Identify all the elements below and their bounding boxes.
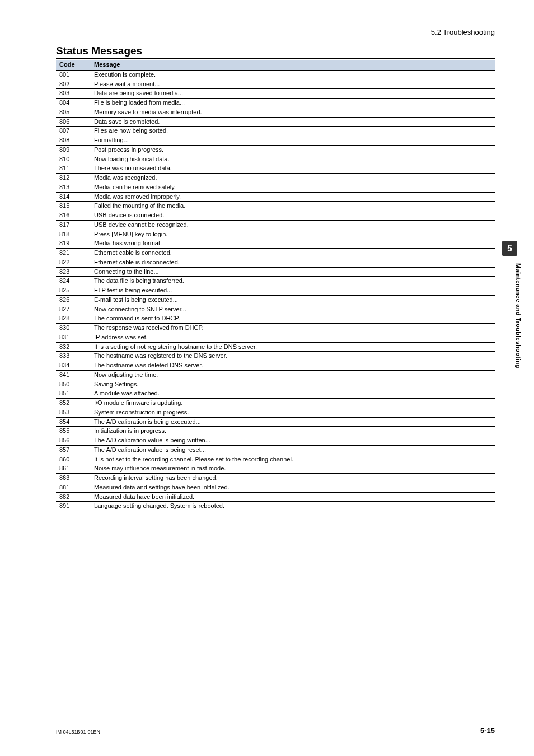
- cell-message: Measured data have been initialized.: [91, 492, 495, 502]
- cell-message: FTP test is being executed...: [91, 286, 495, 296]
- cell-message: Data are being saved to media...: [91, 89, 495, 99]
- cell-message: Ethernet cable is connected.: [91, 249, 495, 258]
- status-messages-table: Code Message 801Execution is complete.80…: [56, 60, 495, 511]
- cell-code: 863: [56, 474, 91, 483]
- footer-page-number: 5-15: [480, 726, 495, 735]
- cell-message: Media was recognized.: [91, 174, 495, 183]
- table-row: 826E-mail test is being executed...: [56, 295, 495, 305]
- table-row: 891Language setting changed. System is r…: [56, 502, 495, 511]
- cell-code: 882: [56, 492, 91, 502]
- cell-code: 857: [56, 445, 91, 455]
- cell-message: The A/D calibration value is being reset…: [91, 445, 495, 455]
- table-row: 807Files are now being sorted.: [56, 127, 495, 136]
- cell-code: 811: [56, 164, 91, 174]
- cell-code: 816: [56, 211, 91, 221]
- cell-code: 801: [56, 70, 91, 80]
- cell-message: Memory save to media was interrupted.: [91, 108, 495, 117]
- cell-code: 832: [56, 342, 91, 352]
- cell-message: Recording interval setting has been chan…: [91, 474, 495, 483]
- cell-code: 803: [56, 89, 91, 99]
- table-row: 823Connecting to the line...: [56, 267, 495, 277]
- cell-message: A module was attached.: [91, 389, 495, 399]
- cell-code: 861: [56, 464, 91, 474]
- table-row: 811There was no unsaved data.: [56, 164, 495, 174]
- cell-code: 808: [56, 136, 91, 146]
- table-row: 818Press [MENU] key to login.: [56, 230, 495, 239]
- chapter-label: Maintenance and Troubleshooting: [515, 263, 522, 368]
- footer-doc-id: IM 04L51B01-01EN: [56, 729, 100, 735]
- cell-message: Ethernet cable is disconnected.: [91, 258, 495, 267]
- cell-code: 834: [56, 361, 91, 371]
- table-row: 808Formatting...: [56, 136, 495, 146]
- cell-message: Press [MENU] key to login.: [91, 230, 495, 239]
- table-row: 824The data file is being transferred.: [56, 277, 495, 286]
- cell-code: 841: [56, 370, 91, 380]
- cell-code: 815: [56, 202, 91, 211]
- cell-message: The hostname was deleted DNS server.: [91, 361, 495, 371]
- cell-message: Measured data and settings have been ini…: [91, 483, 495, 492]
- table-row: 853System reconstruction in progress.: [56, 408, 495, 417]
- cell-code: 833: [56, 352, 91, 361]
- cell-message: Execution is complete.: [91, 70, 495, 80]
- cell-message: Language setting changed. System is rebo…: [91, 502, 495, 511]
- cell-code: 824: [56, 277, 91, 286]
- cell-message: E-mail test is being executed...: [91, 295, 495, 305]
- table-row: 813Media can be removed safely.: [56, 183, 495, 192]
- cell-message: Noise may influence measurement in fast …: [91, 464, 495, 474]
- cell-code: 854: [56, 417, 91, 427]
- table-row: 806Data save is completed.: [56, 117, 495, 127]
- cell-code: 812: [56, 174, 91, 183]
- table-row: 832It is a setting of not registering ho…: [56, 342, 495, 352]
- table-row: 851A module was attached.: [56, 389, 495, 399]
- table-row: 817USB device cannot be recognized.: [56, 220, 495, 230]
- table-row: 810Now loading historical data.: [56, 155, 495, 164]
- table-row: 825FTP test is being executed...: [56, 286, 495, 296]
- table-row: 828The command is sent to DHCP.: [56, 314, 495, 324]
- table-row: 802Please wait a moment...: [56, 80, 495, 89]
- cell-code: 821: [56, 249, 91, 258]
- cell-code: 809: [56, 145, 91, 155]
- cell-code: 881: [56, 483, 91, 492]
- cell-code: 813: [56, 183, 91, 192]
- cell-code: 819: [56, 239, 91, 249]
- table-header-message: Message: [91, 60, 495, 70]
- cell-message: Now connecting to SNTP server...: [91, 305, 495, 314]
- table-row: 819Media has wrong format.: [56, 239, 495, 249]
- cell-message: There was no unsaved data.: [91, 164, 495, 174]
- cell-message: Connecting to the line...: [91, 267, 495, 277]
- cell-message: Formatting...: [91, 136, 495, 146]
- cell-message: I/O module firmware is updating.: [91, 399, 495, 408]
- table-row: 815Failed the mounting of the media.: [56, 202, 495, 211]
- cell-code: 825: [56, 286, 91, 296]
- cell-message: IP address was set.: [91, 333, 495, 342]
- cell-code: 814: [56, 192, 91, 202]
- cell-message: USB device is connected.: [91, 211, 495, 221]
- cell-message: The response was received from DHCP.: [91, 324, 495, 333]
- cell-code: 818: [56, 230, 91, 239]
- table-row: 850Saving Settings.: [56, 380, 495, 389]
- cell-message: It is a setting of not registering hostn…: [91, 342, 495, 352]
- table-row: 827Now connecting to SNTP server...: [56, 305, 495, 314]
- cell-code: 827: [56, 305, 91, 314]
- table-row: 809Post process in progress.: [56, 145, 495, 155]
- cell-message: Failed the mounting of the media.: [91, 202, 495, 211]
- cell-code: 826: [56, 295, 91, 305]
- cell-code: 856: [56, 436, 91, 446]
- cell-message: USB device cannot be recognized.: [91, 220, 495, 230]
- cell-message: The data file is being transferred.: [91, 277, 495, 286]
- table-row: 852I/O module firmware is updating.: [56, 399, 495, 408]
- cell-message: The command is sent to DHCP.: [91, 314, 495, 324]
- cell-message: The A/D calibration is being executed...: [91, 417, 495, 427]
- cell-code: 804: [56, 99, 91, 108]
- cell-code: 850: [56, 380, 91, 389]
- cell-code: 822: [56, 258, 91, 267]
- chapter-number-tab: 5: [502, 241, 517, 256]
- cell-code: 830: [56, 324, 91, 333]
- cell-code: 817: [56, 220, 91, 230]
- table-row: 861Noise may influence measurement in fa…: [56, 464, 495, 474]
- table-row: 855Initialization is in progress.: [56, 427, 495, 436]
- table-row: 841Now adjusting the time.: [56, 370, 495, 380]
- cell-code: 891: [56, 502, 91, 511]
- table-row: 831IP address was set.: [56, 333, 495, 342]
- cell-code: 807: [56, 127, 91, 136]
